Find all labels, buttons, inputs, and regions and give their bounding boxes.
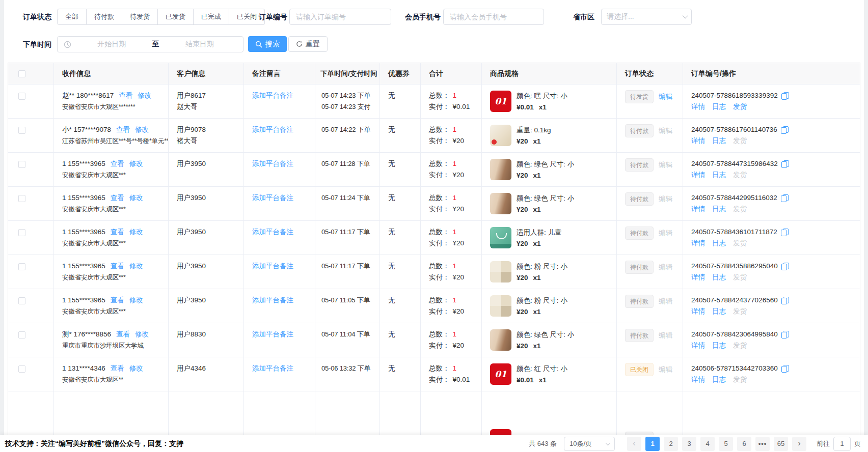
goto-page-input[interactable] bbox=[833, 437, 851, 451]
start-date-input[interactable]: 开始日期 bbox=[74, 40, 149, 49]
page-button-last[interactable]: 65 bbox=[774, 437, 788, 451]
copy-icon[interactable] bbox=[781, 194, 789, 202]
copy-icon[interactable] bbox=[781, 297, 789, 304]
detail-link[interactable]: 详情 bbox=[691, 306, 705, 317]
detail-link[interactable]: 详情 bbox=[691, 170, 705, 181]
status-filter-pending-shipment[interactable]: 待发货 bbox=[122, 9, 158, 25]
detail-link[interactable]: 详情 bbox=[691, 340, 705, 351]
copy-icon[interactable] bbox=[781, 365, 789, 373]
view-link[interactable]: 查看 bbox=[111, 194, 124, 202]
modify-link[interactable]: 修改 bbox=[135, 330, 149, 338]
log-link[interactable]: 日志 bbox=[712, 306, 726, 317]
edit-link[interactable]: 编辑 bbox=[659, 195, 672, 203]
more-pages-button[interactable]: ••• bbox=[755, 437, 770, 451]
log-link[interactable]: 日志 bbox=[712, 272, 726, 283]
edit-link[interactable]: 编辑 bbox=[659, 365, 672, 373]
edit-link[interactable]: 编辑 bbox=[659, 331, 672, 339]
copy-icon[interactable] bbox=[781, 92, 789, 100]
log-link[interactable]: 日志 bbox=[712, 340, 726, 351]
edit-link[interactable]: 编辑 bbox=[659, 161, 672, 168]
detail-link[interactable]: 详情 bbox=[691, 135, 705, 147]
log-link[interactable]: 日志 bbox=[712, 374, 726, 385]
log-link[interactable]: 日志 bbox=[712, 204, 726, 215]
status-filter-pending-payment[interactable]: 待付款 bbox=[87, 9, 122, 25]
row-checkbox[interactable] bbox=[18, 263, 25, 270]
modify-link[interactable]: 修改 bbox=[138, 92, 151, 99]
ship-link[interactable]: 发货 bbox=[733, 101, 747, 112]
ship-link[interactable]: 发货 bbox=[733, 135, 747, 147]
ship-link[interactable]: 发货 bbox=[733, 374, 747, 385]
view-link[interactable]: 查看 bbox=[111, 364, 124, 372]
view-link[interactable]: 查看 bbox=[111, 262, 124, 270]
page-button-6[interactable]: 6 bbox=[737, 437, 751, 451]
add-remark-link[interactable]: 添加平台备注 bbox=[252, 126, 293, 133]
page-button-3[interactable]: 3 bbox=[682, 437, 696, 451]
row-checkbox[interactable] bbox=[18, 195, 25, 202]
page-button-2[interactable]: 2 bbox=[664, 437, 678, 451]
modify-link[interactable]: 修改 bbox=[135, 126, 149, 133]
modify-link[interactable]: 修改 bbox=[129, 364, 143, 372]
status-filter-shipped[interactable]: 已发货 bbox=[158, 9, 194, 25]
ship-link[interactable]: 发货 bbox=[733, 340, 747, 351]
add-remark-link[interactable]: 添加平台备注 bbox=[252, 194, 293, 202]
copy-icon[interactable] bbox=[781, 229, 789, 236]
modify-link[interactable]: 修改 bbox=[129, 228, 143, 236]
add-remark-link[interactable]: 添加平台备注 bbox=[252, 296, 293, 304]
row-checkbox[interactable] bbox=[18, 297, 25, 304]
row-checkbox[interactable] bbox=[18, 331, 25, 338]
copy-icon[interactable] bbox=[781, 126, 789, 134]
select-all-checkbox[interactable] bbox=[18, 70, 25, 77]
end-date-input[interactable]: 结束日期 bbox=[162, 40, 237, 49]
page-button-5[interactable]: 5 bbox=[719, 437, 733, 451]
log-link[interactable]: 日志 bbox=[712, 101, 726, 112]
add-remark-link[interactable]: 添加平台备注 bbox=[252, 262, 293, 270]
view-link[interactable]: 查看 bbox=[116, 126, 130, 133]
detail-link[interactable]: 详情 bbox=[691, 374, 705, 385]
row-checkbox[interactable] bbox=[18, 161, 25, 168]
modify-link[interactable]: 修改 bbox=[129, 262, 143, 270]
edit-link[interactable]: 编辑 bbox=[659, 127, 672, 134]
reset-button[interactable]: 重置 bbox=[288, 36, 328, 52]
modify-link[interactable]: 修改 bbox=[129, 194, 143, 202]
modify-link[interactable]: 修改 bbox=[129, 160, 143, 167]
row-checkbox[interactable] bbox=[18, 93, 25, 100]
view-link[interactable]: 查看 bbox=[111, 296, 124, 304]
ship-link[interactable]: 发货 bbox=[733, 272, 747, 283]
date-range-picker[interactable]: 开始日期 至 结束日期 bbox=[57, 36, 243, 52]
row-checkbox[interactable] bbox=[18, 229, 25, 236]
status-filter-all[interactable]: 全部 bbox=[57, 9, 87, 25]
edit-link[interactable]: 编辑 bbox=[659, 229, 672, 237]
page-button-1[interactable]: 1 bbox=[645, 437, 660, 451]
add-remark-link[interactable]: 添加平台备注 bbox=[252, 92, 293, 99]
ship-link[interactable]: 发货 bbox=[733, 238, 747, 249]
row-checkbox[interactable] bbox=[18, 127, 25, 134]
edit-link[interactable]: 编辑 bbox=[659, 263, 672, 271]
edit-link[interactable]: 编辑 bbox=[659, 297, 672, 305]
status-filter-completed[interactable]: 已完成 bbox=[194, 9, 229, 25]
prev-page-button[interactable]: ‹ bbox=[627, 437, 641, 451]
edit-link[interactable]: 编辑 bbox=[659, 93, 672, 100]
ship-link[interactable]: 发货 bbox=[733, 306, 747, 317]
log-link[interactable]: 日志 bbox=[712, 170, 726, 181]
copy-icon[interactable] bbox=[781, 331, 789, 338]
ship-link[interactable]: 发货 bbox=[733, 170, 747, 181]
ship-link[interactable]: 发货 bbox=[733, 204, 747, 215]
search-button[interactable]: 搜索 bbox=[248, 36, 287, 52]
view-link[interactable]: 查看 bbox=[119, 92, 132, 99]
member-phone-input[interactable] bbox=[443, 9, 544, 25]
add-remark-link[interactable]: 添加平台备注 bbox=[252, 330, 293, 338]
detail-link[interactable]: 详情 bbox=[691, 238, 705, 249]
detail-link[interactable]: 详情 bbox=[691, 272, 705, 283]
copy-icon[interactable] bbox=[781, 263, 789, 270]
row-checkbox[interactable] bbox=[18, 365, 25, 373]
view-link[interactable]: 查看 bbox=[111, 228, 124, 236]
detail-link[interactable]: 详情 bbox=[691, 204, 705, 215]
add-remark-link[interactable]: 添加平台备注 bbox=[252, 228, 293, 236]
modify-link[interactable]: 修改 bbox=[129, 296, 143, 304]
view-link[interactable]: 查看 bbox=[111, 160, 124, 167]
page-size-select[interactable]: 10条/页 bbox=[564, 437, 615, 451]
copy-icon[interactable] bbox=[781, 160, 789, 168]
view-link[interactable]: 查看 bbox=[116, 330, 130, 338]
next-page-button[interactable]: › bbox=[792, 437, 806, 451]
log-link[interactable]: 日志 bbox=[712, 135, 726, 147]
